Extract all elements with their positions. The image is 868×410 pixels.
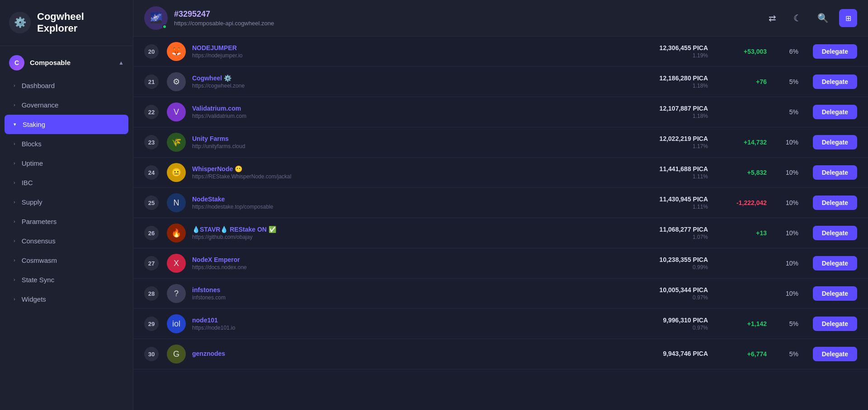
block-avatar: 🌌 (144, 6, 168, 30)
table-row: 25 N NodeStake https://nodestake.top/com… (133, 188, 868, 218)
tokens-pct: 1.19% (618, 52, 708, 59)
table-row: 20 🦊 NODEJUMPER https://nodejumper.io 12… (133, 37, 868, 67)
delegate-button[interactable]: Delegate (813, 256, 857, 270)
validator-name[interactable]: 💧STAVR💧 REStake ON ✅ (192, 226, 618, 233)
sidebar-item-label: Parameters (22, 218, 57, 225)
sidebar-item-parameters[interactable]: › Parameters (0, 212, 133, 231)
tokens-pct: 1.17% (618, 143, 708, 149)
chevron-icon: › (14, 180, 15, 185)
validator-name[interactable]: Validatrium.com (192, 105, 618, 112)
name-col: infstones infstones.com (192, 286, 618, 301)
chevron-icon: › (14, 238, 15, 243)
sidebar-item-governance[interactable]: › Governance (0, 95, 133, 115)
sidebar-item-label: Cosmwasm (22, 256, 57, 264)
validator-name[interactable]: Cogwheel ⚙️ (192, 75, 618, 82)
chevron-icon: ▾ (14, 121, 16, 127)
delegate-button[interactable]: Delegate (813, 196, 857, 210)
validator-name[interactable]: NODEJUMPER (192, 44, 618, 51)
delegate-button[interactable]: Delegate (813, 165, 857, 180)
tokens-col: 9,996,310 PICA 0.97% (618, 317, 708, 331)
rank-col: 29 (144, 317, 167, 331)
sidebar-item-dashboard[interactable]: › Dashboard (0, 76, 133, 95)
sidebar-item-supply[interactable]: › Supply (0, 192, 133, 212)
change-value: +13 (756, 229, 767, 237)
sidebar-item-state-sync[interactable]: › State Sync (0, 270, 133, 289)
change-value: +53,003 (744, 48, 767, 55)
tokens-col: 12,022,219 PICA 1.17% (618, 135, 708, 149)
rank-col: 26 (144, 226, 167, 240)
chevron-icon: › (14, 296, 15, 302)
rank-badge: 24 (144, 165, 159, 180)
validator-url: https://cogwheel.zone (192, 83, 618, 89)
delegate-button[interactable]: Delegate (813, 75, 857, 89)
sidebar-item-label: Consensus (22, 237, 56, 245)
validator-name[interactable]: NodeStake (192, 196, 618, 203)
tokens-col: 10,238,355 PICA 0.99% (618, 256, 708, 270)
delegate-col: Delegate (798, 44, 857, 59)
validator-url: https://nodestake.top/composable (192, 204, 618, 210)
name-col: Cogwheel ⚙️ https://cogwheel.zone (192, 75, 618, 89)
validator-url: http://unityfarms.cloud (192, 143, 618, 149)
validator-url: https://validatrium.com (192, 113, 618, 119)
search-button[interactable]: 🔍 (814, 9, 832, 27)
sidebar-item-label: Widgets (22, 295, 46, 303)
validator-name[interactable]: Unity Farms (192, 135, 618, 142)
sidebar-item-blocks[interactable]: › Blocks (0, 134, 133, 154)
commission-col: 10% (767, 290, 798, 297)
tokens-col: 11,430,945 PICA 1.11% (618, 196, 708, 210)
validator-name[interactable]: infstones (192, 286, 618, 294)
change-value: +5,832 (747, 169, 767, 176)
network-avatar: C (9, 55, 24, 70)
sidebar-item-cosmwasm[interactable]: › Cosmwasm (0, 251, 133, 270)
rank-badge: 28 (144, 286, 159, 301)
validator-url: https://nodejumper.io (192, 52, 618, 59)
commission-col: 10% (767, 139, 798, 146)
translate-button[interactable]: ⇄ (763, 9, 781, 27)
delegate-button[interactable]: Delegate (813, 317, 857, 331)
validator-name[interactable]: genznodes (192, 350, 618, 357)
sidebar-item-ibc[interactable]: › IBC (0, 173, 133, 192)
rank-badge: 21 (144, 75, 159, 89)
validator-url: infstones.com (192, 294, 618, 301)
rank-col: 27 (144, 256, 167, 270)
name-col: node101 https://node101.io (192, 317, 618, 331)
name-col: NODEJUMPER https://nodejumper.io (192, 44, 618, 59)
delegate-button[interactable]: Delegate (813, 135, 857, 149)
chevron-icon: › (14, 277, 15, 282)
validator-name[interactable]: NodeX Emperor (192, 256, 618, 263)
delegate-button[interactable]: Delegate (813, 226, 857, 240)
grid-button[interactable]: ⊞ (839, 9, 857, 27)
validator-name[interactable]: node101 (192, 317, 618, 324)
name-col: 💧STAVR💧 REStake ON ✅ https://github.com/… (192, 226, 618, 240)
tokens-pct: 0.99% (618, 264, 708, 270)
sidebar-items: › Dashboard› Governance▾ Staking› Blocks… (0, 76, 133, 309)
avatar-col: ⚙ (167, 72, 192, 91)
chevron-icon: › (14, 102, 15, 107)
sidebar-item-widgets[interactable]: › Widgets (0, 289, 133, 309)
sidebar-item-uptime[interactable]: › Uptime (0, 154, 133, 173)
commission-col: 10% (767, 229, 798, 237)
table-row: 23 🌾 Unity Farms http://unityfarms.cloud… (133, 127, 868, 158)
sidebar-item-label: Supply (22, 198, 42, 206)
topbar: 🌌 #3295247 https://composable-api.cogwhe… (133, 0, 868, 37)
validator-avatar: ? (167, 284, 186, 303)
delegate-button[interactable]: Delegate (813, 286, 857, 301)
logo: ⚙️ Cogwheel Explorer (0, 0, 133, 46)
validator-name[interactable]: WhisperNode 😶 (192, 165, 618, 172)
sidebar-item-label: IBC (22, 179, 33, 186)
network-selector[interactable]: C Composable ▲ (0, 50, 133, 76)
delegate-button[interactable]: Delegate (813, 44, 857, 59)
table-row: 29 iol node101 https://node101.io 9,996,… (133, 309, 868, 339)
tokens-pct: 1.11% (618, 173, 708, 180)
delegate-button[interactable]: Delegate (813, 105, 857, 119)
change-col: +76 (708, 78, 767, 86)
rank-badge: 23 (144, 135, 159, 149)
tokens-amount: 12,107,887 PICA (618, 105, 708, 112)
sidebar-item-consensus[interactable]: › Consensus (0, 231, 133, 251)
change-col: +5,832 (708, 168, 767, 177)
delegate-button[interactable]: Delegate (813, 347, 857, 361)
sidebar-item-staking[interactable]: ▾ Staking (5, 115, 128, 134)
rank-badge: 29 (144, 317, 159, 331)
rank-col: 25 (144, 196, 167, 210)
theme-toggle-button[interactable]: ☾ (788, 9, 807, 27)
